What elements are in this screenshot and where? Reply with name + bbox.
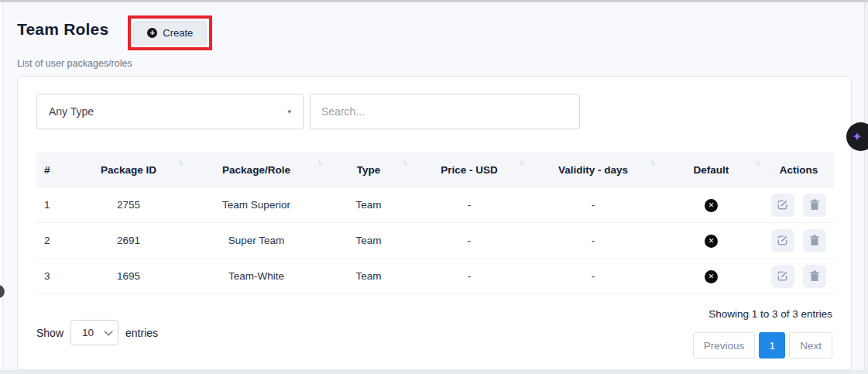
table-row: 2 2691 Super Team Team - - ✕ — [36, 223, 834, 259]
show-label: Show — [36, 327, 63, 339]
trash-icon — [809, 270, 820, 282]
cell-type: Team — [326, 223, 411, 259]
delete-button[interactable] — [803, 194, 826, 217]
cell-package-role: Team Superior — [187, 187, 326, 223]
column-header-actions: Actions — [763, 153, 834, 187]
cell-validity: - — [527, 223, 659, 259]
column-header-package-id[interactable]: Package ID ↑↓ — [70, 153, 187, 187]
edit-button[interactable] — [771, 194, 794, 217]
cell-num: 1 — [36, 187, 70, 223]
type-filter-select[interactable]: Any Type ▾ — [36, 94, 304, 129]
create-button[interactable]: + Create — [133, 21, 207, 45]
cell-package-role: Team-White — [187, 259, 326, 294]
search-input[interactable] — [310, 94, 580, 129]
cell-actions — [763, 187, 834, 223]
caret-down-icon: ▾ — [287, 108, 291, 115]
cell-num: 2 — [36, 223, 70, 259]
table-row: 3 1695 Team-White Team - - ✕ — [36, 259, 834, 294]
sort-icon: ↑↓ — [650, 159, 654, 166]
table-row: 1 2755 Team Superior Team - - ✕ — [36, 187, 834, 223]
sort-icon: ↑↓ — [755, 159, 759, 166]
page-size-select[interactable]: 10 — [70, 320, 118, 345]
sort-icon: ↑↓ — [178, 159, 182, 166]
page-size-value: 10 — [82, 327, 94, 338]
sort-icon: ↑↓ — [317, 159, 321, 166]
cell-actions — [763, 223, 834, 259]
sort-icon: ↑↓ — [519, 159, 523, 166]
column-header-default[interactable]: Default ↑↓ — [659, 153, 763, 187]
pagination: Previous 1 Next — [693, 332, 832, 359]
edit-icon — [777, 199, 788, 211]
cell-package-id: 2691 — [70, 223, 187, 259]
cell-default: ✕ — [659, 187, 763, 223]
edit-icon — [777, 270, 788, 282]
next-page-button[interactable]: Next — [789, 332, 832, 359]
scrollbar-track[interactable] — [864, 2, 868, 370]
cell-package-id: 1695 — [70, 259, 187, 294]
type-filter-value: Any Type — [49, 105, 94, 118]
chevron-down-icon — [104, 327, 112, 335]
entries-summary: Showing 1 to 3 of 3 entries — [693, 305, 832, 320]
column-header-num: # — [36, 153, 70, 187]
left-edge-widget[interactable] — [0, 285, 5, 298]
delete-button[interactable] — [803, 265, 826, 288]
cell-validity: - — [527, 187, 659, 223]
content-card: Any Type ▾ # Package ID ↑↓ Package/Role … — [17, 76, 852, 370]
window-bottom-border — [0, 370, 868, 374]
x-circle-icon: ✕ — [705, 270, 718, 283]
cell-num: 3 — [36, 259, 70, 294]
filter-bar: Any Type ▾ — [36, 94, 832, 129]
cell-price: - — [411, 223, 527, 259]
x-circle-icon: ✕ — [705, 235, 718, 248]
table-footer: Show 10 entries Showing 1 to 3 of 3 entr… — [36, 305, 832, 359]
trash-icon — [809, 235, 820, 246]
entries-label: entries — [125, 327, 158, 339]
column-header-type[interactable]: Type ↑↓ — [326, 153, 411, 187]
column-header-price[interactable]: Price - USD ↑↓ — [411, 153, 527, 187]
red-annotation-box: + Create — [128, 15, 212, 50]
table-header-row: # Package ID ↑↓ Package/Role ↑↓ Type ↑↓ … — [36, 153, 834, 187]
previous-page-button[interactable]: Previous — [693, 332, 756, 359]
page-title: Team Roles — [17, 15, 108, 39]
cell-type: Team — [326, 187, 411, 223]
window-left-edge — [0, 0, 3, 374]
x-circle-icon: ✕ — [705, 199, 718, 212]
cell-validity: - — [527, 259, 659, 294]
edit-button[interactable] — [771, 229, 794, 252]
page-size-group: Show 10 entries — [36, 305, 158, 359]
cell-package-role: Super Team — [187, 223, 326, 259]
page-header: Team Roles + Create — [0, 0, 868, 50]
pagination-group: Showing 1 to 3 of 3 entries Previous 1 N… — [693, 305, 832, 359]
cell-actions — [763, 259, 834, 294]
column-header-package-role[interactable]: Package/Role ↑↓ — [187, 153, 326, 187]
cell-price: - — [411, 259, 527, 294]
cell-default: ✕ — [659, 223, 763, 259]
roles-table: # Package ID ↑↓ Package/Role ↑↓ Type ↑↓ … — [36, 153, 834, 294]
page-1-button[interactable]: 1 — [759, 332, 785, 359]
cell-default: ✕ — [659, 259, 763, 294]
cell-type: Team — [326, 259, 411, 294]
sort-icon: ↑↓ — [403, 159, 407, 166]
edit-icon — [777, 235, 788, 246]
page-subtitle: List of user packages/roles — [0, 50, 868, 69]
delete-button[interactable] — [803, 229, 826, 252]
column-header-validity[interactable]: Validity - days ↑↓ — [527, 153, 659, 187]
edit-button[interactable] — [771, 265, 794, 288]
trash-icon — [809, 199, 820, 211]
plus-circle-icon: + — [147, 28, 157, 38]
create-button-label: Create — [163, 27, 193, 39]
window-top-border — [0, 0, 868, 2]
sparkle-icon: ✦ — [852, 131, 862, 143]
cell-price: - — [411, 187, 527, 223]
cell-package-id: 2755 — [70, 187, 187, 223]
